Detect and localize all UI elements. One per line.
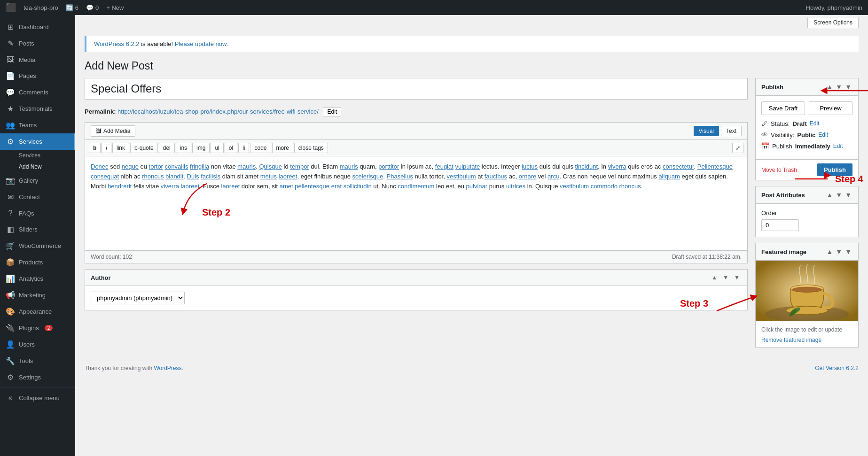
screen-options-button[interactable]: Screen Options xyxy=(807,17,859,28)
status-edit-link[interactable]: Edit xyxy=(810,120,820,127)
sidebar-item-comments[interactable]: 💬 Comments xyxy=(0,84,75,100)
update-notice-action-link[interactable]: Please update now. xyxy=(175,40,228,47)
link-vestibulum2[interactable]: vestibulum xyxy=(560,183,589,190)
link-feugiat[interactable]: feugiat xyxy=(435,163,454,170)
link-scelerisque[interactable]: scelerisque xyxy=(352,173,383,180)
editor-btn-del[interactable]: del xyxy=(159,143,175,153)
link-blandit[interactable]: blandit xyxy=(165,173,183,180)
link-metus[interactable]: metus xyxy=(260,173,277,180)
editor-btn-code[interactable]: code xyxy=(250,143,271,153)
editor-btn-ins[interactable]: ins xyxy=(176,143,191,153)
link-pellentesque[interactable]: Pellentesque xyxy=(697,163,733,170)
link-laoreet[interactable]: laoreet xyxy=(279,173,297,180)
editor-btn-closetags[interactable]: close tags xyxy=(294,143,328,153)
author-section-up[interactable]: ▲ xyxy=(710,273,719,282)
link-neque[interactable]: neque xyxy=(122,163,139,170)
editor-content[interactable]: Donec sed neque eu tortor convallis frin… xyxy=(85,156,747,250)
link-facilisis[interactable]: facilisis xyxy=(201,173,220,180)
link-mauris2[interactable]: mauris xyxy=(340,163,358,170)
post-attributes-up[interactable]: ▲ xyxy=(825,190,834,200)
link-duis[interactable]: Duis xyxy=(187,173,199,180)
featured-image-up[interactable]: ▲ xyxy=(825,247,834,256)
editor-btn-i[interactable]: i xyxy=(102,143,111,153)
permalink-url[interactable]: http://localhost/luzuk/tea-shop-pro/inde… xyxy=(117,108,319,115)
preview-button[interactable]: Preview xyxy=(809,101,852,115)
editor-btn-more[interactable]: more xyxy=(272,143,293,153)
move-trash-link[interactable]: Move to Trash xyxy=(761,167,797,173)
sidebar-item-faqs[interactable]: ? FAQs xyxy=(0,205,75,221)
link-arcu[interactable]: arcu xyxy=(547,173,559,180)
author-section-close[interactable]: ▼ xyxy=(732,273,742,282)
wp-logo-icon[interactable]: ⬛ xyxy=(6,2,16,13)
link-laoreet2[interactable]: laoreet xyxy=(181,183,200,190)
editor-btn-img[interactable]: img xyxy=(192,143,210,153)
submenu-services-all[interactable]: Services xyxy=(0,150,75,161)
featured-image-close[interactable]: ▼ xyxy=(844,247,852,256)
link-phasellus[interactable]: Phasellus xyxy=(387,173,413,180)
visibility-edit-link[interactable]: Edit xyxy=(818,131,828,138)
sidebar-item-gallery[interactable]: 📷 Gallery xyxy=(0,172,75,189)
sidebar-item-marketing[interactable]: 📢 Marketing xyxy=(0,287,75,303)
link-tincidunt[interactable]: tincidunt xyxy=(575,163,598,170)
post-attributes-down[interactable]: ▼ xyxy=(835,190,843,200)
link-rhoncus[interactable]: rhoncus xyxy=(142,173,164,180)
editor-btn-ol[interactable]: ol xyxy=(225,143,237,153)
link-fringilla[interactable]: fringilla xyxy=(190,163,209,170)
adminbar-comments[interactable]: 💬 0 xyxy=(86,4,99,11)
sidebar-item-collapse[interactable]: « Collapse menu xyxy=(0,390,75,406)
permalink-edit-button[interactable]: Edit xyxy=(323,107,341,116)
link-consequat[interactable]: consequat xyxy=(91,173,119,180)
link-viverra2[interactable]: viverra xyxy=(161,183,179,190)
adminbar-updates[interactable]: 🔄 6 xyxy=(66,4,78,11)
submenu-services-addnew[interactable]: Add New xyxy=(0,161,75,172)
add-media-button[interactable]: 🖼 Add Media xyxy=(91,125,135,137)
publish-time-edit-link[interactable]: Edit xyxy=(833,143,843,149)
link-ultrices[interactable]: ultrices xyxy=(506,183,525,190)
update-notice-version-link[interactable]: WordPress 6.2.2 xyxy=(94,40,140,47)
link-commodo[interactable]: commodo xyxy=(591,183,618,190)
link-rhoncus2[interactable]: rhoncus xyxy=(619,183,641,190)
link-laoreet3[interactable]: laoreet xyxy=(221,183,240,190)
save-draft-button[interactable]: Save Draft xyxy=(761,101,805,115)
sidebar-item-sliders[interactable]: ◧ Sliders xyxy=(0,221,75,238)
link-ornare[interactable]: ornare xyxy=(519,173,537,180)
link-luctus[interactable]: luctus xyxy=(522,163,538,170)
featured-image-img-wrap[interactable] xyxy=(756,261,858,323)
sidebar-item-media[interactable]: 🖼 Media xyxy=(0,52,75,68)
link-donec[interactable]: Donec xyxy=(91,163,109,170)
sidebar-item-services[interactable]: ⚙ Services xyxy=(0,133,75,150)
sidebar-item-teams[interactable]: 👥 Teams xyxy=(0,117,75,133)
adminbar-site-name[interactable]: tea-shop-pro xyxy=(23,4,58,11)
publish-button[interactable]: Publish xyxy=(817,163,852,176)
sidebar-item-settings[interactable]: ⚙ Settings xyxy=(0,369,75,386)
link-tortor[interactable]: tortor xyxy=(149,163,163,170)
sidebar-item-pages[interactable]: 📄 Pages xyxy=(0,68,75,84)
sidebar-item-appearance[interactable]: 🎨 Appearance xyxy=(0,303,75,320)
footer-version-link[interactable]: Get Version 6.2.2 xyxy=(815,365,859,371)
link-vulputate[interactable]: vulputate xyxy=(455,163,480,170)
link-tempor[interactable]: tempor xyxy=(290,163,309,170)
link-quisque[interactable]: Quisque xyxy=(259,163,282,170)
link-convallis[interactable]: convallis xyxy=(165,163,188,170)
editor-btn-link[interactable]: link xyxy=(112,143,129,153)
tab-text[interactable]: Text xyxy=(721,126,742,136)
sidebar-item-users[interactable]: 👤 Users xyxy=(0,336,75,353)
link-vestibulum[interactable]: vestibulum xyxy=(446,173,476,180)
link-erat[interactable]: erat xyxy=(331,183,342,190)
link-faucibus[interactable]: faucibus xyxy=(485,173,507,180)
link-condimentum[interactable]: condimentum xyxy=(398,183,434,190)
link-porttitor[interactable]: porttitor xyxy=(378,163,399,170)
sidebar-item-analytics[interactable]: 📊 Analytics xyxy=(0,271,75,287)
editor-btn-b[interactable]: b xyxy=(89,143,101,153)
publish-panel-up[interactable]: ▲ xyxy=(825,82,834,92)
link-hendrerit[interactable]: hendrerit xyxy=(108,183,132,190)
sidebar-item-products[interactable]: 📦 Products xyxy=(0,254,75,271)
sidebar-item-woocommerce[interactable]: 🛒 WooCommerce xyxy=(0,238,75,254)
featured-image-down[interactable]: ▼ xyxy=(835,247,843,256)
post-attributes-close[interactable]: ▼ xyxy=(844,190,852,200)
link-consectetur[interactable]: consectetur xyxy=(663,163,694,170)
link-sollicitudin[interactable]: sollicitudin xyxy=(344,183,372,190)
editor-btn-ul[interactable]: ul xyxy=(211,143,223,153)
sidebar-item-plugins[interactable]: 🔌 Plugins 2 xyxy=(0,320,75,336)
link-mauris[interactable]: mauris xyxy=(237,163,256,170)
